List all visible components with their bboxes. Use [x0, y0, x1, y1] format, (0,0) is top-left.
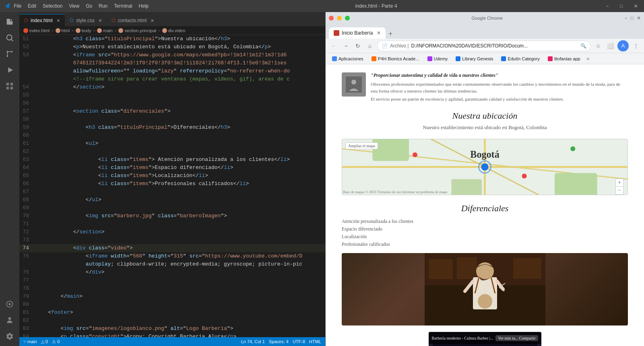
- bookmark-edutin[interactable]: Edutín Category: [498, 56, 543, 62]
- page-body: "Proporcionar autoestima y calidad de vi…: [326, 64, 644, 346]
- close-button[interactable]: ✕: [632, 3, 640, 10]
- minimize-button[interactable]: −: [604, 3, 611, 9]
- tab-index-html[interactable]: ⬡ index.html ×: [19, 14, 65, 26]
- diferenciales-title: Diferenciales: [342, 203, 628, 214]
- bc-main-label[interactable]: main: [103, 28, 113, 33]
- browser-tab-close-btn[interactable]: ✕: [377, 30, 381, 36]
- bc-div-label[interactable]: div.video: [168, 28, 186, 33]
- profile-avatar[interactable]: A: [617, 40, 629, 51]
- title-bar-menu[interactable]: File Edit Selection View Go Run Terminal…: [14, 3, 149, 9]
- bc-body-label[interactable]: body: [82, 28, 91, 33]
- bookmark-icon-libgen: [456, 56, 460, 61]
- svg-rect-26: [429, 259, 453, 279]
- status-branch[interactable]: ⑂ main: [23, 339, 37, 344]
- more-options-button[interactable]: ⋮: [631, 41, 641, 51]
- tab-close-index[interactable]: ×: [57, 17, 60, 24]
- code-line: 71: [19, 220, 325, 228]
- bookmark-aplicaciones[interactable]: Aplicaciones: [329, 56, 367, 62]
- menu-help[interactable]: Help: [139, 3, 149, 9]
- settings-icon[interactable]: [3, 330, 16, 343]
- map-zoom-out-button[interactable]: −: [615, 187, 623, 195]
- svg-point-33: [478, 294, 492, 309]
- menu-go[interactable]: Go: [86, 3, 92, 9]
- bc-section-label[interactable]: section.principal: [124, 28, 156, 33]
- bookmark-libgen[interactable]: Library Genesis: [452, 56, 496, 62]
- status-spaces[interactable]: Spaces: 4: [269, 339, 289, 344]
- tab-style-css[interactable]: ⬡ style.css ×: [65, 14, 107, 26]
- video-top-bar: Barbería moderno - Cultura Barber |... V…: [429, 332, 541, 344]
- address-bar[interactable]: 📄 Archivo | D:/INFORMACION%20DAVID/ESCRI…: [377, 41, 591, 51]
- activity-bar: [0, 12, 19, 346]
- map-expand-button[interactable]: Ampliar el mapa: [345, 142, 378, 149]
- tab-label-contacto: contacto.html: [118, 18, 147, 23]
- search-icon[interactable]: [3, 31, 16, 44]
- restore-button[interactable]: □: [617, 3, 625, 9]
- screenshot-button[interactable]: ⬜: [605, 41, 615, 51]
- bookmark-icon-udemy: [427, 56, 432, 61]
- reload-button[interactable]: ↻: [353, 41, 363, 51]
- svg-point-21: [413, 152, 417, 157]
- run-debug-icon[interactable]: [3, 64, 16, 76]
- diferencial-item-3: Localización: [342, 233, 628, 241]
- bookmark-udemy[interactable]: Udemy: [424, 56, 451, 62]
- browser-toolbar: ← → ↻ ⌂ 📄 Archivo | D:/INFORMACION%20DAV…: [326, 39, 644, 53]
- code-area[interactable]: 51 <h3 class="tituloPrincipal">Nuestra u…: [19, 35, 325, 337]
- map-zoom-in-button[interactable]: +: [615, 179, 623, 187]
- svg-point-7: [8, 317, 11, 320]
- svg-rect-28: [513, 258, 541, 279]
- back-button[interactable]: ←: [329, 41, 339, 51]
- search-address-icon: 🔍: [580, 43, 586, 49]
- new-tab-button[interactable]: +: [386, 29, 395, 39]
- bookmarks-more-button[interactable]: »: [587, 56, 590, 62]
- status-warnings[interactable]: ⚠ 0: [52, 339, 60, 344]
- extensions-icon[interactable]: [3, 80, 16, 93]
- split-view: ⬡ index.html × ⬡ style.css × ⬡ contacto.…: [19, 12, 644, 346]
- bookmark-label-litofanias: litofanias app: [554, 56, 580, 61]
- tab-icon-html: ⬡: [24, 18, 28, 23]
- status-encoding[interactable]: UTF-8: [293, 339, 305, 344]
- browser-content[interactable]: "Proporcionar autoestima y calidad de vi…: [326, 64, 644, 346]
- status-lang[interactable]: HTML: [309, 339, 321, 344]
- title-bar: File Edit Selection View Go Run Terminal…: [0, 0, 644, 12]
- menu-file[interactable]: File: [14, 3, 21, 9]
- bookmark-star-button[interactable]: ☆: [593, 41, 603, 51]
- menu-view[interactable]: View: [69, 3, 79, 9]
- code-line: 51 <h3 class="tituloPrincipal">Nuestra u…: [19, 35, 325, 43]
- menu-selection[interactable]: Selection: [43, 3, 62, 9]
- bc-body: body: [76, 28, 91, 33]
- bookmark-label-udemy: Udemy: [434, 56, 448, 61]
- status-line-col[interactable]: Ln 74, Col 1: [241, 339, 265, 344]
- map-watermark: Base de mapas © 2023 Términos de uso Inf…: [343, 190, 447, 194]
- mission-emphasis: "Proporcionar autoestima y calidad de vi…: [371, 72, 628, 78]
- code-line: 82: [19, 317, 325, 325]
- bookmark-p4h[interactable]: P4H Bionics Acade...: [368, 56, 423, 62]
- forward-button[interactable]: →: [341, 41, 351, 51]
- bc-html-label[interactable]: html: [62, 28, 70, 33]
- editor-tab-bar: ⬡ index.html × ⬡ style.css × ⬡ contacto.…: [19, 12, 325, 26]
- mission-body: Ofrecemos profesionales experimentados q…: [371, 81, 628, 94]
- diferencial-item-4: Profesionales calificados: [342, 241, 628, 248]
- video-share-button[interactable]: Ver más ta... Compartir: [495, 335, 538, 341]
- bc-html: html: [56, 28, 70, 33]
- status-bar-left: ⑂ main △ 0 ⚠ 0: [23, 339, 60, 344]
- code-line: 77: [19, 276, 325, 284]
- bookmark-icon-p4h: [372, 56, 376, 61]
- home-button[interactable]: ⌂: [365, 41, 375, 51]
- status-errors[interactable]: △ 0: [41, 339, 48, 344]
- browser-favicon: [334, 30, 339, 36]
- source-control-icon[interactable]: [3, 47, 16, 60]
- tab-close-contacto[interactable]: ×: [151, 17, 154, 24]
- bc-index-label[interactable]: index.html: [29, 28, 50, 33]
- menu-run[interactable]: Run: [99, 3, 107, 9]
- tab-contacto-html[interactable]: ⬡ contacto.html ×: [107, 14, 159, 26]
- remote-icon[interactable]: [3, 298, 16, 311]
- tab-close-style[interactable]: ×: [99, 17, 102, 24]
- breadcrumb: index.html > html > body > main >: [19, 26, 325, 35]
- code-line: 52 <p>Nuestro establecimiento está ubica…: [19, 43, 325, 51]
- menu-terminal[interactable]: Terminal: [114, 3, 132, 9]
- account-icon[interactable]: [3, 314, 16, 327]
- explorer-icon[interactable]: [3, 15, 16, 28]
- browser-active-tab[interactable]: Inicio Barbería ✕: [329, 27, 386, 39]
- menu-edit[interactable]: Edit: [28, 3, 36, 9]
- bookmark-litofanias[interactable]: litofanias app: [545, 56, 584, 62]
